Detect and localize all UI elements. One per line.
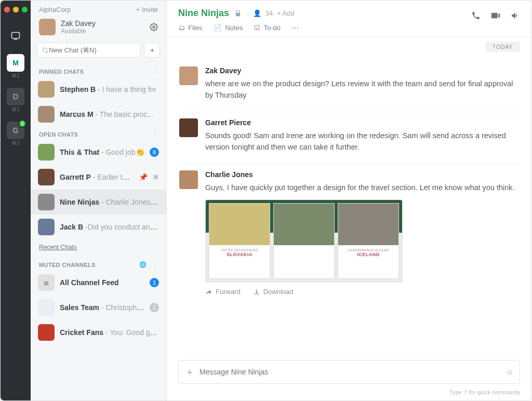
conversation-pane: Nine Ninjas · 👤 34 + Add 🗂Files 📄Notes (167, 1, 531, 400)
sidebar: AlphaCorp + Invite Zak Davey Available ＋… (31, 1, 167, 400)
close-icon[interactable]: ✖ (153, 173, 159, 181)
avatar (179, 66, 198, 85)
gear-icon[interactable] (150, 23, 158, 31)
search-input[interactable] (49, 46, 136, 54)
chat-item[interactable]: ≣ All Channel Feed 1 (31, 270, 166, 295)
globe-icon[interactable]: 🌐 (139, 261, 147, 268)
tab-notes[interactable]: 📄Notes (214, 24, 243, 32)
chat-item[interactable]: Cricket Fans - You: Good game (31, 320, 166, 345)
attachment-card: TATRA MOUNTAINS SLOVAKIA (209, 203, 270, 279)
shortcut-label: ⌘1 (11, 73, 20, 78)
invite-button[interactable]: + Invite (136, 6, 158, 14)
close-window[interactable] (4, 7, 10, 12)
message: Zak Davey where are we on the product de… (179, 60, 519, 112)
unread-badge: 1 (150, 278, 159, 287)
message-text: Sounds good! Sam and Irene are working o… (205, 130, 519, 153)
tab-todo[interactable]: ☑To-do (254, 24, 281, 32)
profile-status: Available (61, 28, 96, 35)
svg-rect-0 (12, 32, 20, 38)
message-composer[interactable]: ＋ ☺ (178, 360, 520, 384)
profile-row[interactable]: Zak Davey Available (31, 16, 166, 43)
chat-item[interactable]: Stephen B - I have a thing for (31, 77, 166, 102)
add-member[interactable]: + Add (277, 9, 295, 17)
plus-icon[interactable]: ＋ (185, 366, 194, 378)
unread-badge: 8 (18, 119, 26, 128)
workspace-m[interactable]: M (7, 54, 24, 72)
section-pinned: PINNED CHATS (39, 69, 84, 75)
avatar (38, 194, 55, 210)
message: Charlie Jones Guys, I have quickly put t… (179, 164, 519, 306)
volume-icon[interactable] (511, 11, 520, 20)
section-open: OPEN CHATS (39, 131, 78, 138)
member-count[interactable]: 34 (265, 9, 273, 17)
chat-item[interactable]: Jack B -Did you conduct any sur (31, 215, 166, 239)
members-icon: 👤 (253, 9, 261, 17)
video-icon[interactable] (491, 11, 500, 20)
unread-badge: 2 (150, 303, 159, 312)
workspace-g[interactable]: G 8 (7, 122, 24, 139)
composer-input[interactable] (200, 368, 506, 376)
avatar (38, 169, 55, 185)
more-icon[interactable]: ⋮ (152, 261, 158, 268)
avatar (179, 170, 198, 189)
attachment-card: LANDMANNALAUGAR ICELAND (338, 203, 399, 279)
avatar (38, 81, 55, 98)
avatar (38, 219, 55, 235)
avatar (38, 106, 55, 123)
pin-icon[interactable]: 📌 (139, 173, 148, 181)
unread-badge: 8 (150, 148, 159, 157)
section-muted: MUTED CHANNELS (39, 262, 96, 268)
call-icon[interactable] (471, 11, 481, 20)
message-text: where are we on the product design? Lets… (205, 78, 519, 101)
avatar (179, 118, 198, 137)
avatar (38, 324, 55, 341)
message-author: Zak Davey (205, 66, 519, 75)
chat-item[interactable]: Garrett P - Earlier this... 📌 ✖ (31, 165, 166, 190)
attachment-preview[interactable]: TATRA MOUNTAINS SLOVAKIA LANDMANNALAUGAR… (205, 199, 403, 283)
files-icon: 🗂 (178, 24, 185, 32)
tab-more[interactable]: ⋯ (292, 24, 299, 32)
minimize-window[interactable] (13, 7, 19, 12)
feed-icon[interactable] (7, 27, 24, 45)
workspace-d[interactable]: D (7, 88, 24, 105)
svg-point-1 (153, 26, 155, 28)
new-chat-search[interactable] (37, 43, 141, 58)
clap-emoji: 👏 (136, 148, 144, 156)
channel-title[interactable]: Nine Ninjas (178, 8, 229, 19)
chat-item-active[interactable]: Nine Ninjas - Charlie Jones: G... (31, 190, 166, 215)
maximize-window[interactable] (22, 7, 28, 12)
recent-chats-link[interactable]: Recent Chats (39, 244, 77, 251)
more-icon[interactable]: ⋮ (152, 68, 158, 75)
avatar (38, 144, 55, 161)
attachment-card (273, 203, 335, 279)
date-divider: TODAY (167, 37, 531, 52)
shortcut-label: ⌘2 (11, 106, 20, 112)
tab-files[interactable]: 🗂Files (178, 24, 202, 32)
message-text: Guys, I have quickly put together a desi… (205, 182, 519, 193)
lock-icon (234, 10, 242, 17)
chat-item[interactable]: Marcus M - The basic proc... (31, 102, 166, 127)
conversation-header: Nine Ninjas · 👤 34 + Add 🗂Files 📄Notes (167, 1, 531, 37)
search-icon (42, 47, 49, 54)
svg-point-2 (43, 48, 47, 52)
avatar (39, 19, 56, 35)
message-author: Charlie Jones (205, 170, 519, 179)
org-name: AlphaCorp (39, 6, 71, 14)
shortcut-label: ⌘3 (11, 140, 20, 146)
message: Garret Pierce Sounds good! Sam and Irene… (179, 112, 519, 164)
more-icon[interactable]: ⋮ (152, 131, 158, 138)
emoji-icon[interactable]: ☺ (506, 368, 513, 376)
notes-icon: 📄 (214, 24, 222, 32)
todo-icon: ☑ (254, 24, 260, 32)
chat-item[interactable]: Sales Team - Christopher J: d. 2 (31, 295, 166, 320)
workspace-rail: M ⌘1 D ⌘2 G 8 ⌘3 (1, 1, 31, 400)
new-chat-button[interactable]: ＋ (144, 43, 160, 58)
feed-icon: ≣ (38, 274, 55, 291)
profile-name: Zak Davey (61, 19, 96, 28)
message-list: Zak Davey where are we on the product de… (167, 52, 531, 355)
chat-item[interactable]: This & That - Good job👏 8 (31, 140, 166, 165)
forward-button[interactable]: Forward (205, 288, 241, 296)
avatar (38, 299, 55, 316)
composer-hint: Type '/' for quick commands (167, 387, 531, 400)
download-button[interactable]: Download (253, 288, 294, 296)
